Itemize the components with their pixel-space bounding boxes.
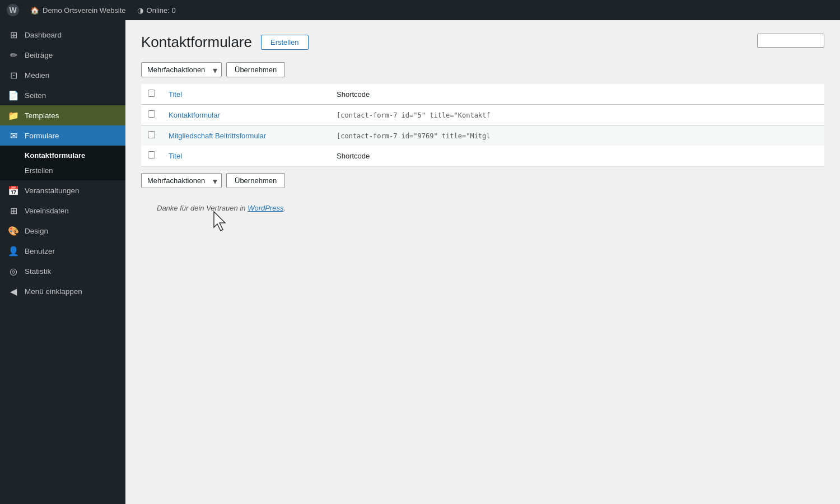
td-title-1: Kontaktformular — [162, 105, 330, 125]
wordpress-link[interactable]: WordPress — [248, 204, 283, 212]
bulk-action-wrapper-top: Mehrfachaktionen — [141, 62, 222, 77]
th-title: Titel — [162, 84, 330, 105]
th-shortcode: Shortcode — [330, 84, 824, 105]
page-header: Kontaktformulare Erstellen — [141, 34, 824, 51]
sidebar-item-label: Formulare — [25, 132, 59, 140]
beitraege-icon: ✏ — [8, 49, 19, 60]
search-input[interactable] — [757, 34, 824, 48]
formulare-submenu: Kontaktformulare Erstellen — [0, 146, 125, 180]
sidebar-item-label: Benutzer — [25, 247, 55, 255]
td-check-1 — [141, 105, 162, 125]
bulk-action-select-bottom[interactable]: Mehrfachaktionen — [141, 173, 222, 188]
sidebar-item-label: Seiten — [25, 91, 46, 100]
row-checkbox-1[interactable] — [148, 110, 155, 118]
toolbar-top: Mehrfachaktionen Übernehmen — [141, 62, 824, 77]
sidebar-item-templates[interactable]: 📁 Templates — [0, 105, 125, 125]
sidebar-item-formulare[interactable]: ✉ Formulare — [0, 125, 125, 146]
sidebar-item-beitraege[interactable]: ✏ Beiträge — [0, 45, 125, 65]
select-all-checkbox-top[interactable] — [148, 90, 155, 97]
sidebar-item-label: Dashboard — [25, 31, 62, 39]
sidebar-item-veranstaltungen[interactable]: 📅 Veranstaltungen — [0, 180, 125, 200]
submenu-erstellen[interactable]: Erstellen — [0, 163, 125, 178]
online-counter: ◑ Online: 0 — [137, 6, 176, 15]
forms-table: Titel Shortcode Kontaktformular — [141, 84, 824, 166]
footer-text: Danke für dein Vertrauen in — [157, 204, 248, 212]
collapse-icon: ◀ — [8, 286, 19, 297]
sidebar-item-label: Beiträge — [25, 51, 53, 59]
sidebar-item-collapse[interactable]: ◀ Menü einklappen — [0, 281, 125, 301]
sidebar-item-statistik[interactable]: ◎ Statistik — [0, 261, 125, 281]
formulare-icon: ✉ — [8, 130, 19, 141]
apply-button-bottom[interactable]: Übernehmen — [226, 173, 285, 188]
sidebar-item-seiten[interactable]: 📄 Seiten — [0, 85, 125, 105]
seiten-icon: 📄 — [8, 90, 19, 101]
sidebar-item-label: Menü einklappen — [25, 287, 82, 296]
title-sort-link[interactable]: Titel — [169, 90, 182, 99]
form-title-link-1[interactable]: Kontaktformular — [169, 111, 220, 119]
table-row: Mitgliedschaft Beitrittsformular [contac… — [141, 125, 824, 146]
td-check-2 — [141, 125, 162, 146]
sidebar-item-label: Statistik — [25, 267, 51, 276]
home-icon: 🏠 — [30, 6, 39, 15]
table-row: Kontaktformular [contact-form-7 id="5" t… — [141, 105, 824, 125]
sidebar-item-medien[interactable]: ⊡ Medien — [0, 65, 125, 85]
sidebar-item-benutzer[interactable]: 👤 Benutzer — [0, 241, 125, 261]
sidebar-item-dashboard[interactable]: ⊞ Dashboard — [0, 25, 125, 45]
design-icon: 🎨 — [8, 225, 19, 236]
td-shortcode-1: [contact-form-7 id="5" title="Kontaktf — [330, 105, 824, 125]
sidebar: ⊞ Dashboard ✏ Beiträge ⊡ Medien 📄 Seiten… — [0, 20, 125, 504]
sidebar-item-label: Design — [25, 227, 48, 235]
sidebar-item-label: Medien — [25, 71, 49, 80]
veranstaltungen-icon: 📅 — [8, 185, 19, 196]
admin-bar: W 🏠 Demo Ortsverein Website ◑ Online: 0 — [0, 0, 840, 20]
wp-logo-button[interactable]: W — [7, 4, 19, 16]
tfoot-check — [141, 146, 162, 166]
sidebar-item-design[interactable]: 🎨 Design — [0, 221, 125, 241]
bulk-action-wrapper-bottom: Mehrfachaktionen — [141, 173, 222, 188]
bulk-action-select-top[interactable]: Mehrfachaktionen — [141, 62, 222, 77]
statistik-icon: ◎ — [8, 265, 19, 277]
tfoot-title: Titel — [162, 146, 330, 166]
select-all-checkbox-bottom[interactable] — [148, 151, 155, 158]
benutzer-icon: 👤 — [8, 245, 19, 256]
site-name-text: Demo Ortsverein Website — [43, 6, 126, 15]
wp-logo-icon: W — [7, 4, 19, 16]
row-checkbox-2[interactable] — [148, 131, 155, 138]
tfoot-shortcode: Shortcode — [330, 146, 824, 166]
shortcode-text-1: [contact-form-7 id="5" title="Kontaktf — [337, 111, 491, 119]
th-check — [141, 84, 162, 105]
site-name-link[interactable]: 🏠 Demo Ortsverein Website — [30, 6, 126, 15]
create-button[interactable]: Erstellen — [261, 35, 309, 50]
dashboard-icon: ⊞ — [8, 29, 19, 40]
templates-icon: 📁 — [8, 110, 19, 121]
toolbar-bottom: Mehrfachaktionen Übernehmen — [141, 173, 824, 188]
sidebar-item-label: Vereinsdaten — [25, 207, 69, 215]
footer-suffix: . — [283, 204, 286, 212]
sidebar-item-label: Veranstaltungen — [25, 186, 80, 195]
page-title: Kontaktformulare — [141, 34, 252, 51]
apply-button-top[interactable]: Übernehmen — [226, 62, 285, 77]
shortcode-text-2: [contact-form-7 id="9769" title="Mitgl — [337, 132, 491, 140]
medien-icon: ⊡ — [8, 69, 19, 81]
form-title-link-2[interactable]: Mitgliedschaft Beitrittsformular — [169, 132, 266, 140]
submenu-kontaktformulare[interactable]: Kontaktformulare — [0, 148, 125, 163]
online-icon: ◑ — [137, 6, 143, 15]
footer: Danke für dein Vertrauen in WordPress. — [141, 195, 824, 221]
online-text: Online: 0 — [147, 6, 176, 15]
td-shortcode-2: [contact-form-7 id="9769" title="Mitgl — [330, 125, 824, 146]
sidebar-item-vereinsdaten[interactable]: ⊞ Vereinsdaten — [0, 200, 125, 221]
title-sort-link-bottom[interactable]: Titel — [169, 152, 182, 160]
main-content: Kontaktformulare Erstellen Mehrfachaktio… — [125, 20, 840, 504]
td-title-2: Mitgliedschaft Beitrittsformular — [162, 125, 330, 146]
sidebar-item-label: Templates — [25, 111, 59, 120]
vereinsdaten-icon: ⊞ — [8, 205, 19, 216]
